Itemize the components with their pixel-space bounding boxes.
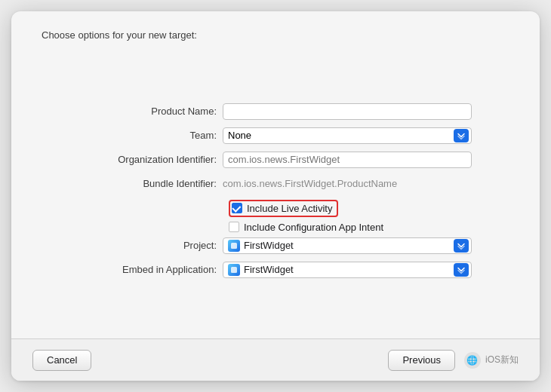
bundle-identifier-row: Bundle Identifier: com.ios.news.FirstWid…	[79, 176, 472, 192]
include-live-activity-checkbox[interactable]	[232, 203, 242, 213]
org-identifier-row: Organization Identifier:	[79, 152, 472, 168]
project-label: Project:	[79, 240, 223, 251]
embed-in-application-label: Embed in Application:	[79, 264, 223, 275]
product-name-control	[223, 103, 472, 120]
svg-rect-0	[231, 243, 237, 249]
team-row: Team: None	[79, 127, 472, 144]
team-control: None	[223, 127, 472, 144]
bundle-identifier-control: com.ios.news.FirstWidget.ProductName	[223, 176, 472, 192]
watermark-icon: 🌐	[464, 352, 481, 369]
include-config-app-intent-checkbox[interactable]	[229, 222, 239, 232]
org-identifier-control	[223, 152, 472, 168]
svg-rect-1	[231, 267, 237, 273]
new-target-dialog: Choose options for your new target: Prod…	[11, 11, 540, 381]
include-config-app-intent-label: Include Configuration App Intent	[244, 222, 383, 233]
include-config-app-intent-row: Include Configuration App Intent	[79, 222, 472, 233]
embed-select-wrapper: FirstWidget	[223, 262, 472, 278]
dialog-title: Choose options for your new target:	[42, 29, 509, 41]
org-identifier-input[interactable]	[223, 152, 472, 168]
embed-value: FirstWidget	[244, 264, 294, 275]
bundle-identifier-value: com.ios.news.FirstWidget.ProductName	[223, 178, 397, 189]
team-select[interactable]: None	[223, 127, 472, 144]
project-select-display[interactable]: FirstWidget	[223, 237, 472, 254]
include-live-activity-highlight: Include Live Activity	[229, 200, 338, 217]
embed-in-application-row: Embed in Application: FirstWidget	[79, 262, 472, 278]
project-value: FirstWidget	[244, 240, 294, 251]
product-name-label: Product Name:	[79, 106, 223, 117]
cancel-button[interactable]: Cancel	[32, 350, 91, 371]
footer-right: Previous 🌐 iOS新知	[388, 350, 519, 371]
product-name-row: Product Name:	[79, 103, 472, 120]
team-label: Team:	[79, 130, 223, 141]
project-control: FirstWidget	[223, 237, 472, 254]
embed-select-display[interactable]: FirstWidget	[223, 262, 472, 278]
include-config-app-intent-wrapper: Include Configuration App Intent	[229, 222, 383, 233]
bundle-identifier-label: Bundle Identifier:	[79, 178, 223, 189]
watermark: 🌐 iOS新知	[464, 352, 519, 369]
form-area: Product Name: Team: None	[42, 62, 509, 326]
dialog-body: Choose options for your new target: Prod…	[11, 11, 540, 338]
project-select-wrapper: FirstWidget	[223, 237, 472, 254]
product-name-input[interactable]	[223, 103, 472, 120]
include-live-activity-row: Include Live Activity	[79, 200, 472, 217]
embed-in-application-control: FirstWidget	[223, 262, 472, 278]
org-identifier-label: Organization Identifier:	[79, 154, 223, 165]
include-live-activity-label: Include Live Activity	[247, 203, 332, 214]
watermark-text: iOS新知	[485, 354, 519, 366]
dialog-footer: Cancel Previous 🌐 iOS新知	[11, 338, 540, 381]
project-app-icon	[228, 240, 240, 252]
previous-button[interactable]: Previous	[388, 350, 455, 371]
embed-app-icon	[228, 264, 240, 276]
project-row: Project: FirstWidget	[79, 237, 472, 254]
team-select-wrapper: None	[223, 127, 472, 144]
